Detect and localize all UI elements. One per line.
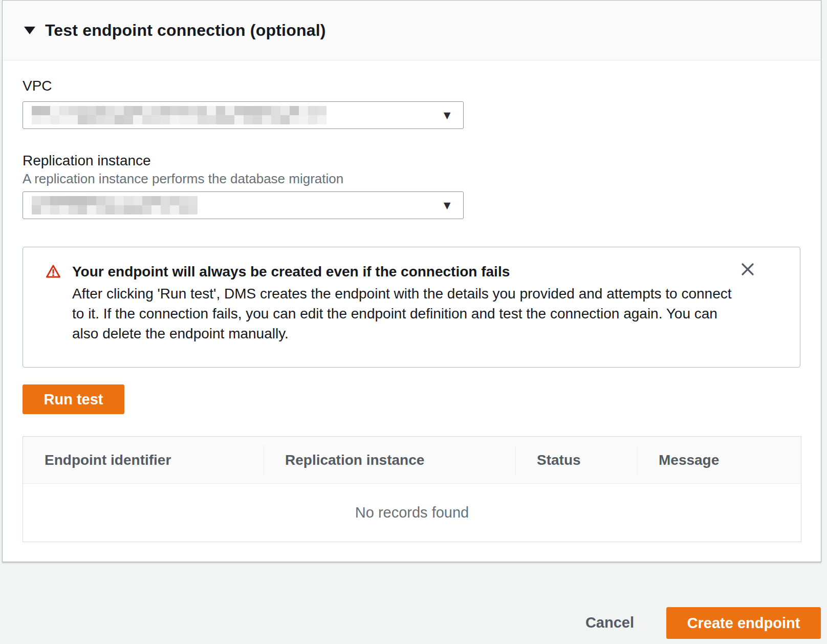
replication-instance-select[interactable]: ▼ — [23, 191, 464, 219]
vpc-select[interactable]: ▼ — [23, 101, 464, 129]
vpc-label: VPC — [23, 78, 801, 94]
column-header-status: Status — [515, 437, 637, 483]
dropdown-arrow-icon: ▼ — [441, 110, 453, 121]
form-actions-footer: Cancel Create endpoint — [0, 562, 827, 644]
collapse-triangle-icon[interactable] — [24, 27, 35, 34]
column-header-replication-instance: Replication instance — [264, 437, 515, 483]
test-endpoint-panel: Test endpoint connection (optional) VPC … — [2, 0, 821, 562]
warning-triangle-icon — [46, 264, 61, 367]
column-header-endpoint-identifier: Endpoint identifier — [23, 437, 264, 483]
empty-message: No records found — [355, 504, 469, 521]
alert-title: Your endpoint will always be created eve… — [72, 263, 745, 281]
vpc-redacted-value — [32, 106, 327, 124]
run-test-button[interactable]: Run test — [23, 384, 124, 414]
table-header-row: Endpoint identifier Replication instance… — [23, 437, 801, 484]
section-content: VPC ▼ Replication instance A replication… — [3, 78, 821, 542]
dropdown-arrow-icon: ▼ — [441, 200, 453, 211]
create-endpoint-button[interactable]: Create endpoint — [666, 607, 821, 639]
cancel-button[interactable]: Cancel — [585, 614, 634, 631]
column-header-message: Message — [637, 437, 801, 483]
replication-instance-label: Replication instance — [23, 153, 801, 169]
replication-instance-redacted-value — [32, 196, 198, 214]
replication-instance-description: A replication instance performs the data… — [23, 171, 801, 186]
alert-body: After clicking 'Run test', DMS creates t… — [72, 284, 745, 344]
page: Test endpoint connection (optional) VPC … — [0, 0, 827, 644]
alert-text: Your endpoint will always be created eve… — [72, 263, 745, 367]
section-title: Test endpoint connection (optional) — [45, 21, 326, 40]
close-icon[interactable] — [738, 261, 757, 279]
section-header[interactable]: Test endpoint connection (optional) — [3, 1, 821, 60]
table-empty-state: No records found — [23, 484, 801, 542]
warning-alert: Your endpoint will always be created eve… — [23, 247, 800, 368]
test-results-table: Endpoint identifier Replication instance… — [23, 436, 801, 542]
